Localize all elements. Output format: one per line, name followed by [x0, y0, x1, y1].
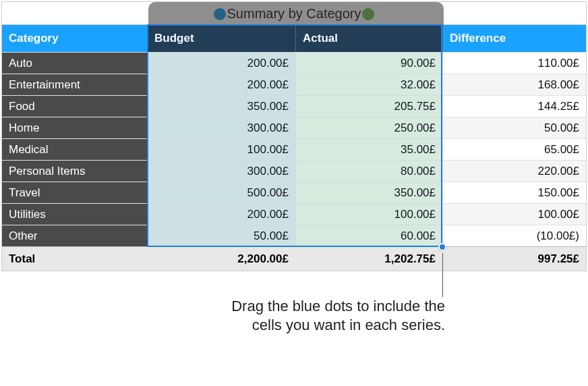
cell-category[interactable]: Home	[2, 117, 148, 138]
cell-category[interactable]: Utilities	[2, 204, 148, 225]
table-row[interactable]: Other50.00£60.00£(10.00£)	[2, 225, 586, 246]
cell-category[interactable]: Other	[2, 225, 148, 246]
total-actual: 1,202.75£	[296, 247, 443, 271]
column-header-difference[interactable]: Difference	[443, 25, 586, 52]
table-row[interactable]: Entertainment200.00£32.00£168.00£	[2, 74, 586, 95]
cell-budget[interactable]: 300.00£	[148, 117, 296, 138]
total-budget: 2,200.00£	[148, 247, 296, 271]
cell-actual[interactable]: 60.00£	[296, 225, 443, 246]
series-marker-blue-icon	[214, 8, 226, 20]
cell-category[interactable]: Auto	[2, 53, 148, 74]
cell-actual[interactable]: 205.75£	[296, 96, 443, 117]
series-marker-green-icon	[362, 8, 374, 20]
selection-drag-handle[interactable]	[438, 243, 446, 251]
table-row[interactable]: Auto200.00£90.00£110.00£	[2, 52, 586, 74]
table-row[interactable]: Food350.00£205.75£144.25£	[2, 95, 586, 117]
cell-actual[interactable]: 80.00£	[296, 161, 443, 182]
table-title-row: Summary by Category	[2, 2, 586, 25]
summary-table: Summary by Category Category Budget Actu…	[1, 1, 587, 271]
column-header-actual[interactable]: Actual	[296, 25, 443, 52]
table-row[interactable]: Personal Items300.00£80.00£220.00£	[2, 160, 586, 182]
cell-difference[interactable]: 168.00£	[443, 74, 586, 95]
cell-actual[interactable]: 250.00£	[296, 117, 443, 138]
cell-actual[interactable]: 32.00£	[296, 74, 443, 95]
cell-category[interactable]: Personal Items	[2, 161, 148, 182]
cell-budget[interactable]: 100.00£	[148, 139, 296, 160]
column-header-budget[interactable]: Budget	[148, 25, 296, 52]
cell-difference[interactable]: 144.25£	[443, 96, 586, 117]
cell-budget[interactable]: 300.00£	[148, 161, 296, 182]
cell-difference[interactable]: 150.00£	[443, 182, 586, 203]
cell-budget[interactable]: 500.00£	[148, 182, 296, 203]
cell-budget[interactable]: 200.00£	[148, 74, 296, 95]
cell-actual[interactable]: 100.00£	[296, 204, 443, 225]
table-header-row: Category Budget Actual Difference	[2, 25, 586, 52]
cell-difference[interactable]: 65.00£	[443, 139, 586, 160]
table-row[interactable]: Utilities200.00£100.00£100.00£	[2, 203, 586, 225]
cell-category[interactable]: Travel	[2, 182, 148, 203]
table-title: Summary by Category	[227, 6, 361, 21]
cell-difference[interactable]: 100.00£	[443, 204, 586, 225]
cell-category[interactable]: Medical	[2, 139, 148, 160]
callout-leader-line	[442, 253, 443, 297]
cell-difference[interactable]: 50.00£	[443, 117, 586, 138]
total-difference: 997.25£	[443, 247, 586, 271]
total-row: Total 2,200.00£ 1,202.75£ 997.25£	[2, 246, 586, 271]
cell-actual[interactable]: 90.00£	[296, 53, 443, 74]
cell-budget[interactable]: 350.00£	[148, 96, 296, 117]
cell-difference[interactable]: (10.00£)	[443, 225, 586, 246]
cell-difference[interactable]: 220.00£	[443, 161, 586, 182]
cell-actual[interactable]: 350.00£	[296, 182, 443, 203]
callout-text: Drag the blue dots to include the cells …	[229, 297, 445, 334]
table-row[interactable]: Home300.00£250.00£50.00£	[2, 117, 586, 138]
cell-category[interactable]: Entertainment	[2, 74, 148, 95]
total-label: Total	[2, 247, 148, 271]
table-row[interactable]: Travel500.00£350.00£150.00£	[2, 182, 586, 203]
cell-budget[interactable]: 200.00£	[148, 53, 296, 74]
cell-actual[interactable]: 35.00£	[296, 139, 443, 160]
cell-budget[interactable]: 200.00£	[148, 204, 296, 225]
cell-difference[interactable]: 110.00£	[443, 53, 586, 74]
cell-budget[interactable]: 50.00£	[148, 225, 296, 246]
table-row[interactable]: Medical100.00£35.00£65.00£	[2, 138, 586, 160]
column-header-category[interactable]: Category	[2, 25, 148, 52]
cell-category[interactable]: Food	[2, 96, 148, 117]
